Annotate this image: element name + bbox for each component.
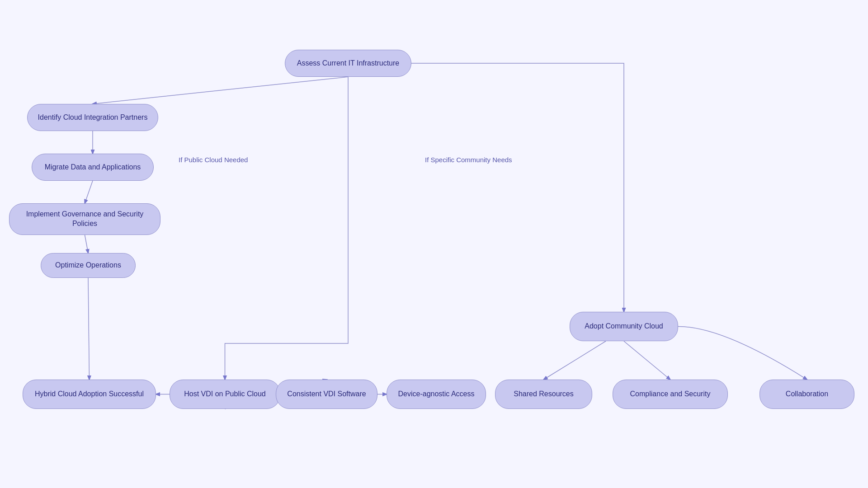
node-device: Device-agnostic Access <box>387 380 486 409</box>
node-collab: Collaboration <box>760 380 854 409</box>
diagram-container: Assess Current IT InfrastructureIdentify… <box>0 0 868 488</box>
connections-svg <box>0 0 868 488</box>
node-community: Adopt Community Cloud <box>570 312 678 341</box>
node-migrate: Migrate Data and Applications <box>32 154 154 181</box>
node-compliance: Compliance and Security <box>613 380 728 409</box>
node-optimize: Optimize Operations <box>41 253 136 278</box>
node-hybrid: Hybrid Cloud Adoption Successful <box>23 380 156 409</box>
node-implement: Implement Governance and Security Polici… <box>9 203 160 235</box>
node-consistent: Consistent VDI Software <box>276 380 377 409</box>
lbl-community: If Specific Community Needs <box>425 156 512 164</box>
node-assess: Assess Current IT Infrastructure <box>285 50 411 77</box>
node-identify: Identify Cloud Integration Partners <box>27 104 158 131</box>
node-hostvdi: Host VDI on Public Cloud <box>170 380 280 409</box>
lbl-public: If Public Cloud Needed <box>179 156 248 164</box>
node-shared: Shared Resources <box>495 380 592 409</box>
